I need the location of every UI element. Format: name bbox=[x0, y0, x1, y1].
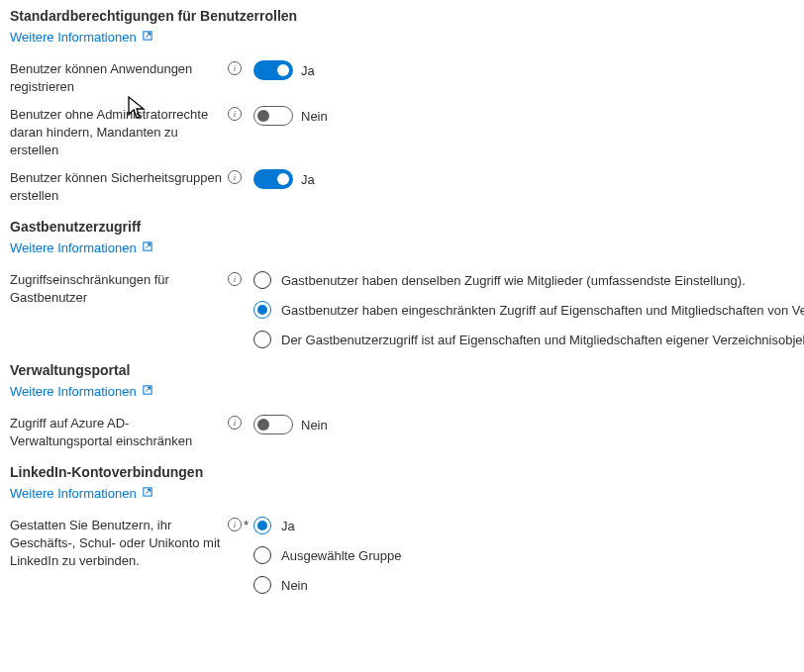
learn-more-label: Weitere Informationen bbox=[10, 240, 137, 255]
info-col: i bbox=[228, 271, 253, 286]
learn-more-link-linkedin[interactable]: Weitere Informationen bbox=[10, 486, 153, 501]
setting-label: Zugriff auf Azure AD-Verwaltungsportal e… bbox=[10, 415, 228, 450]
info-icon[interactable]: i bbox=[228, 518, 242, 531]
learn-more-link-guest-access[interactable]: Weitere Informationen bbox=[10, 240, 153, 255]
radio-icon bbox=[253, 517, 271, 534]
info-icon[interactable]: i bbox=[228, 61, 242, 75]
toggle-create-security-groups[interactable] bbox=[253, 169, 293, 189]
radio-label: Ausgewählte Gruppe bbox=[281, 548, 401, 563]
toggle-state-label: Ja bbox=[301, 172, 315, 187]
setting-label: Gestatten Sie Benutzern, ihr Geschäfts-,… bbox=[10, 517, 228, 570]
info-icon[interactable]: i bbox=[228, 170, 242, 184]
radio-icon bbox=[253, 301, 271, 319]
toggle-prevent-tenant[interactable] bbox=[253, 106, 293, 126]
toggle-state-label: Ja bbox=[301, 63, 315, 78]
setting-label: Zugriffseinschränkungen für Gastbenutzer bbox=[10, 271, 228, 307]
section-heading-admin-portal: Verwaltungsportal bbox=[10, 362, 794, 378]
radio-label: Gastbenutzer haben denselben Zugriff wie… bbox=[281, 273, 746, 288]
info-col: i bbox=[228, 169, 253, 184]
learn-more-label: Weitere Informationen bbox=[10, 384, 137, 399]
setting-create-security-groups: Benutzer können Sicherheitsgruppen erste… bbox=[10, 169, 794, 205]
radio-label: Gastbenutzer haben eingeschränkten Zugri… bbox=[281, 303, 804, 318]
radio-linkedin-no[interactable]: Nein bbox=[253, 576, 794, 594]
section-heading-default-roles: Standardberechtigungen für Benutzerrolle… bbox=[10, 8, 794, 24]
radio-linkedin-selected-group[interactable]: Ausgewählte Gruppe bbox=[253, 546, 794, 564]
radio-label: Nein bbox=[281, 578, 308, 593]
setting-guest-restrictions: Zugriffseinschränkungen für Gastbenutzer… bbox=[10, 271, 794, 348]
setting-register-apps: Benutzer können Anwendungen registrieren… bbox=[10, 60, 794, 96]
info-icon[interactable]: i bbox=[228, 107, 242, 121]
radio-guest-limited[interactable]: Gastbenutzer haben eingeschränkten Zugri… bbox=[253, 301, 804, 319]
required-asterisk: * bbox=[244, 518, 249, 532]
radio-icon bbox=[253, 271, 271, 289]
info-col: i bbox=[228, 60, 253, 75]
external-link-icon bbox=[142, 240, 153, 255]
radio-label: Ja bbox=[281, 519, 295, 533]
external-link-icon bbox=[142, 486, 153, 501]
setting-linkedin-connect: Gestatten Sie Benutzern, ihr Geschäfts-,… bbox=[10, 517, 794, 594]
setting-prevent-tenant: Benutzer ohne Administratorrechte daran … bbox=[10, 106, 794, 159]
learn-more-label: Weitere Informationen bbox=[10, 486, 137, 501]
external-link-icon bbox=[142, 384, 153, 399]
setting-label: Benutzer können Sicherheitsgruppen erste… bbox=[10, 169, 228, 205]
section-heading-linkedin: LinkedIn-Kontoverbindungen bbox=[10, 464, 794, 480]
toggle-state-label: Nein bbox=[301, 109, 328, 124]
settings-panel: Standardberechtigungen für Benutzerrolle… bbox=[10, 8, 794, 594]
radio-icon bbox=[253, 546, 271, 564]
toggle-register-apps[interactable] bbox=[253, 60, 293, 80]
radio-linkedin-yes[interactable]: Ja bbox=[253, 517, 794, 534]
info-icon[interactable]: i bbox=[228, 416, 242, 430]
toggle-state-label: Nein bbox=[301, 418, 328, 432]
section-heading-guest-access: Gastbenutzerzugriff bbox=[10, 219, 794, 235]
radio-icon bbox=[253, 576, 271, 594]
setting-restrict-portal: Zugriff auf Azure AD-Verwaltungsportal e… bbox=[10, 415, 794, 450]
learn-more-link-admin-portal[interactable]: Weitere Informationen bbox=[10, 384, 153, 399]
external-link-icon bbox=[142, 30, 153, 45]
setting-label: Benutzer können Anwendungen registrieren bbox=[10, 60, 228, 96]
learn-more-link-default-roles[interactable]: Weitere Informationen bbox=[10, 30, 153, 45]
info-icon[interactable]: i bbox=[228, 272, 242, 286]
info-col: i * bbox=[228, 517, 253, 532]
info-col: i bbox=[228, 106, 253, 121]
setting-label: Benutzer ohne Administratorrechte daran … bbox=[10, 106, 228, 159]
radio-icon bbox=[253, 331, 271, 348]
radio-guest-same-as-member[interactable]: Gastbenutzer haben denselben Zugriff wie… bbox=[253, 271, 804, 289]
learn-more-label: Weitere Informationen bbox=[10, 30, 137, 45]
radio-label: Der Gastbenutzerzugriff ist auf Eigensch… bbox=[281, 333, 804, 347]
radio-guest-own-objects[interactable]: Der Gastbenutzerzugriff ist auf Eigensch… bbox=[253, 331, 804, 348]
info-col: i bbox=[228, 415, 253, 430]
toggle-restrict-portal[interactable] bbox=[253, 415, 293, 434]
